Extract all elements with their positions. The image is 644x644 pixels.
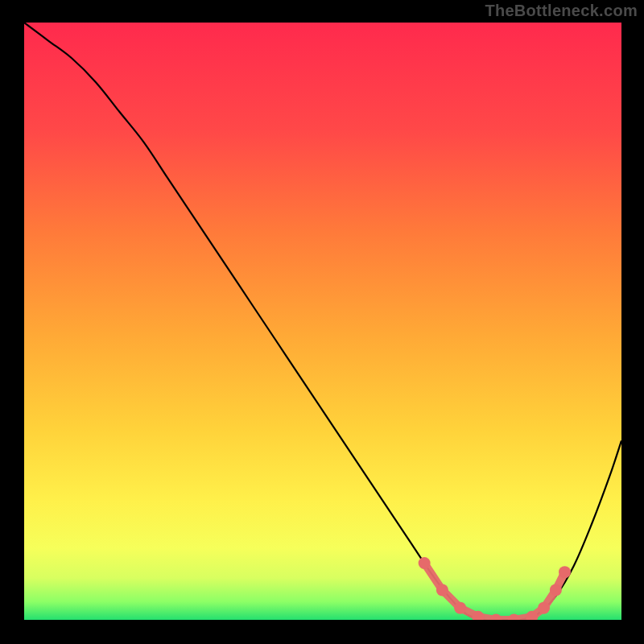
marker-dot [550, 584, 562, 596]
marker-dot [559, 566, 571, 578]
marker-dot [472, 611, 484, 623]
gradient-background [24, 23, 621, 620]
marker-dot [490, 614, 502, 626]
bottleneck-chart [0, 0, 644, 644]
watermark-text: TheBottleneck.com [485, 2, 638, 20]
marker-dot [526, 611, 538, 623]
marker-dot [419, 557, 431, 569]
marker-dot [538, 602, 550, 614]
chart-frame: { "watermark": "TheBottleneck.com", "col… [0, 0, 644, 644]
marker-dot [436, 584, 448, 596]
marker-dot [454, 602, 466, 614]
marker-dot [508, 614, 520, 626]
